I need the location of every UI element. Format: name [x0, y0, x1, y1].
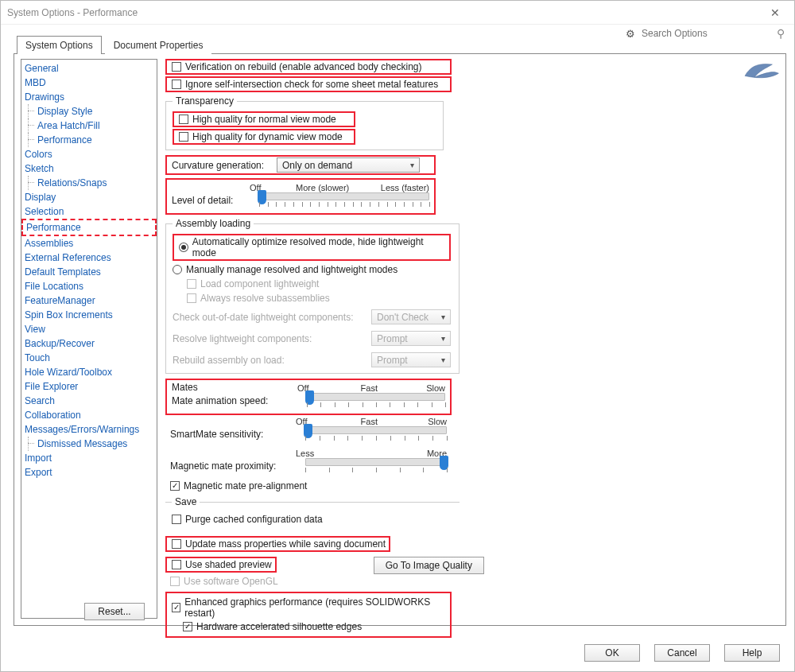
mates-legend: Mates — [172, 382, 198, 393]
cancel-button[interactable]: Cancel — [654, 644, 710, 662]
use-opengl-checkbox — [170, 577, 180, 586]
mag-less-label: Less — [296, 449, 314, 458]
tree-item-performance[interactable]: Performance — [21, 219, 157, 236]
tree-item-dismissed-messages[interactable]: Dismissed Messages — [21, 437, 157, 451]
verification-on-rebuild-checkbox[interactable] — [172, 62, 181, 72]
auto-optimize-radio[interactable] — [179, 243, 188, 252]
load-lightweight-checkbox — [187, 279, 196, 289]
magmate-prealign-label: Magnetic mate pre-alignment — [184, 480, 307, 491]
save-legend: Save — [172, 496, 200, 507]
titlebar: System Options - Performance ✕ — [1, 1, 794, 25]
tree-item-file-explorer[interactable]: File Explorer — [21, 379, 157, 394]
ok-button[interactable]: OK — [584, 644, 640, 662]
help-button[interactable]: Help — [724, 644, 780, 662]
search-options[interactable]: ⚙ ⚲ — [626, 26, 785, 41]
resolve-lw-label: Resolve lightweight components: — [173, 333, 371, 344]
smartmate-label: SmartMate sensitivity: — [170, 429, 296, 440]
tree-item-display[interactable]: Display — [21, 190, 157, 204]
use-shaded-label: Use shaded preview — [185, 559, 272, 570]
mate-anim-label: Mate animation speed: — [172, 395, 297, 406]
enhanced-graphics-checkbox[interactable] — [172, 603, 180, 612]
mate-anim-slider[interactable] — [307, 393, 445, 401]
tree-item-display-style[interactable]: Display Style — [21, 104, 157, 118]
trans-normal-label: High quality for normal view mode — [192, 114, 336, 125]
tree-item-sketch[interactable]: Sketch — [21, 161, 157, 176]
use-shaded-checkbox[interactable] — [172, 560, 181, 569]
chevron-down-icon: ▾ — [441, 334, 445, 343]
rebuild-load-select: Prompt ▾ — [371, 352, 451, 367]
auto-optimize-label: Automatically optimize resolved mode, hi… — [192, 236, 446, 258]
update-mass-label: Update mass properties while saving docu… — [185, 538, 386, 550]
verification-on-rebuild-label: Verification on rebuild (enable advanced… — [185, 61, 422, 72]
transparency-group: Transparency High quality for normal vie… — [165, 95, 444, 150]
load-lightweight-label: Load component lightweight — [200, 278, 319, 289]
ignore-self-intersection-label: Ignore self-intersection check for some … — [185, 79, 438, 90]
ignore-self-intersection-checkbox[interactable] — [172, 80, 181, 89]
tree-item-assemblies[interactable]: Assemblies — [21, 236, 157, 251]
magmate-label: Magnetic mate proximity: — [170, 460, 296, 472]
goto-image-quality-button[interactable]: Go To Image Quality — [374, 557, 484, 574]
tree-item-touch[interactable]: Touch — [21, 351, 157, 365]
tree-item-messages-errors-warnings[interactable]: Messages/Errors/Warnings — [21, 422, 157, 437]
tree-item-featuremanager[interactable]: FeatureManager — [21, 293, 157, 308]
hw-silhouette-checkbox[interactable] — [183, 622, 192, 631]
curvature-generation-select[interactable]: Only on demand ▾ — [277, 157, 420, 173]
chevron-down-icon: ▾ — [410, 161, 414, 169]
enhanced-graphics-label: Enhanced graphics performance (requires … — [184, 596, 445, 619]
tree-item-import[interactable]: Import — [21, 451, 157, 465]
check-ood-label: Check out-of-date lightweight components… — [173, 312, 371, 323]
assembly-loading-legend: Assembly loading — [173, 218, 254, 229]
close-icon[interactable]: ✕ — [762, 3, 788, 22]
use-opengl-label: Use software OpenGL — [184, 576, 278, 587]
tree-item-export[interactable]: Export — [21, 465, 157, 480]
trans-dynamic-label: High quality for dynamic view mode — [192, 131, 343, 142]
gear-icon: ⚙ — [626, 28, 635, 40]
curvature-generation-label: Curvature generation: — [172, 160, 277, 171]
level-of-detail-slider[interactable] — [259, 192, 429, 200]
tree-item-area-hatch-fill[interactable]: Area Hatch/Fill — [21, 118, 157, 133]
tree-item-search[interactable]: Search — [21, 394, 157, 408]
tree-item-drawings[interactable]: Drawings — [21, 90, 157, 104]
trans-dynamic-checkbox[interactable] — [179, 132, 188, 142]
hw-silhouette-label: Hardware accelerated silhouette edges — [196, 621, 362, 632]
purge-cached-checkbox[interactable] — [172, 515, 181, 524]
options-tree[interactable]: GeneralMBDDrawingsDisplay StyleArea Hatc… — [21, 59, 157, 619]
tree-item-hole-wizard-toolbox[interactable]: Hole Wizard/Toolbox — [21, 365, 157, 379]
always-resolve-checkbox — [187, 293, 196, 303]
tree-item-mbd[interactable]: MBD — [21, 76, 157, 90]
tree-item-colors[interactable]: Colors — [21, 147, 157, 161]
tree-item-performance[interactable]: Performance — [21, 133, 157, 147]
tree-item-default-templates[interactable]: Default Templates — [21, 265, 157, 279]
lod-less-label: Less (faster) — [381, 183, 429, 192]
tree-item-file-locations[interactable]: File Locations — [21, 279, 157, 293]
check-ood-select: Don't Check ▾ — [371, 309, 451, 324]
level-of-detail-label: Level of detail: — [172, 195, 250, 206]
tree-item-spin-box-increments[interactable]: Spin Box Increments — [21, 308, 157, 322]
resolve-lw-select: Prompt ▾ — [371, 331, 451, 346]
tree-item-backup-recover[interactable]: Backup/Recover — [21, 336, 157, 351]
smart-fast-label: Fast — [361, 417, 378, 426]
chevron-down-icon: ▾ — [441, 313, 445, 321]
magmate-slider[interactable] — [305, 458, 447, 466]
window-title: System Options - Performance — [7, 7, 138, 18]
tree-item-relations-snaps[interactable]: Relations/Snaps — [21, 176, 157, 190]
smartmate-slider[interactable] — [305, 426, 447, 434]
mates-fast-label: Fast — [361, 383, 378, 393]
update-mass-checkbox[interactable] — [172, 539, 181, 549]
magmate-prealign-checkbox[interactable] — [170, 481, 180, 491]
search-icon[interactable]: ⚲ — [777, 27, 785, 40]
tree-item-collaboration[interactable]: Collaboration — [21, 408, 157, 422]
tree-item-general[interactable]: General — [21, 61, 157, 76]
purge-cached-label: Purge cached configuration data — [185, 514, 323, 525]
reset-button[interactable]: Reset... — [84, 603, 145, 620]
tree-item-external-references[interactable]: External References — [21, 251, 157, 265]
trans-normal-checkbox[interactable] — [179, 115, 188, 124]
tab-document-properties[interactable]: Document Properties — [105, 36, 212, 54]
tree-item-view[interactable]: View — [21, 322, 157, 336]
search-input[interactable] — [638, 26, 774, 41]
save-group: Save Purge cached configuration data — [165, 496, 460, 531]
tab-system-options[interactable]: System Options — [17, 36, 102, 54]
tree-item-selection[interactable]: Selection — [21, 204, 157, 219]
manual-modes-radio[interactable] — [173, 265, 182, 274]
chevron-down-icon: ▾ — [441, 355, 445, 364]
